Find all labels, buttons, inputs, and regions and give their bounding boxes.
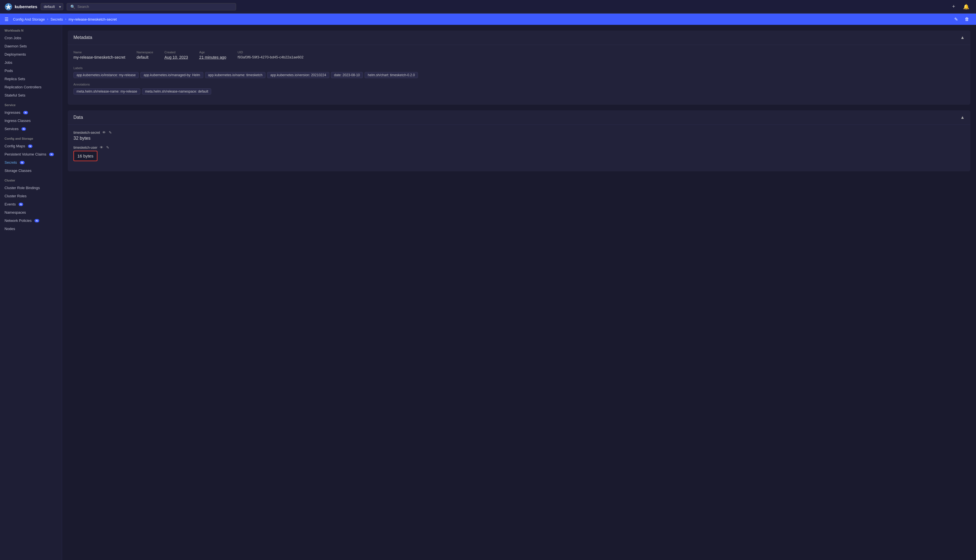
notification-button[interactable]: 🔔: [961, 3, 971, 11]
annotations-label: Annotations: [73, 83, 965, 86]
add-button[interactable]: +: [950, 3, 958, 11]
breadcrumb-bar: ☰ Config And Storage › Secrets › my-rele…: [0, 13, 976, 25]
metadata-card: Metadata ▲ Name my-release-timesketch-se…: [68, 30, 970, 105]
namespace-select[interactable]: default: [41, 3, 63, 10]
meta-name-value: my-release-timesketch-secret: [73, 55, 125, 60]
meta-uid-value: f93af3f6-59f3-4270-bd45-c4b22a1ae602: [237, 55, 303, 59]
menu-button[interactable]: ☰: [5, 17, 8, 22]
meta-namespace-label: Namespace: [137, 50, 153, 54]
data-item-0-edit-button[interactable]: ✎: [108, 130, 112, 135]
top-nav: kubernetes default 🔍 + 🔔: [0, 0, 976, 13]
label-tag-1: app.kubernetes.io/managed-by: Helm: [140, 72, 203, 78]
meta-uid: UID f93af3f6-59f3-4270-bd45-c4b22a1ae602: [237, 50, 303, 60]
sidebar-item-network-policies[interactable]: Network Policies N: [0, 217, 62, 225]
meta-created-value: Aug 10, 2023: [164, 55, 188, 60]
meta-age-value: 21 minutes ago: [199, 55, 227, 60]
data-item-1-header: timesketch-user 👁 ✎: [73, 145, 965, 150]
meta-namespace: Namespace default: [137, 50, 153, 60]
sidebar-item-nodes[interactable]: Nodes: [0, 225, 62, 233]
sidebar-section-service: Service: [0, 99, 62, 108]
meta-age: Age 21 minutes ago: [199, 50, 227, 60]
data-card-body: timesketch-secret 👁 ✎ 32 bytes timesketc…: [68, 125, 970, 171]
sidebar-item-stateful-sets[interactable]: Stateful Sets: [0, 91, 62, 99]
kubernetes-logo-icon: [5, 3, 12, 11]
metadata-card-header: Metadata ▲: [68, 30, 970, 45]
sidebar-item-config-maps[interactable]: Config Maps N: [0, 142, 62, 150]
data-card: Data ▲ timesketch-secret 👁 ✎ 32 bytes t: [68, 110, 970, 171]
sidebar-item-pods[interactable]: Pods: [0, 67, 62, 75]
sidebar-item-pvc[interactable]: Persistent Volume Claims N: [0, 150, 62, 158]
data-card-title: Data: [73, 115, 83, 120]
data-item-0-header: timesketch-secret 👁 ✎: [73, 130, 965, 135]
ingresses-badge: N: [23, 111, 28, 114]
data-item-1-box: 16 bytes: [73, 151, 97, 161]
labels-section: Labels app.kubernetes.io/instance: my-re…: [73, 66, 965, 78]
breadcrumb-sep-1: ›: [47, 17, 48, 21]
sidebar-section-config-storage: Config and Storage: [0, 133, 62, 142]
data-item-1: timesketch-user 👁 ✎ 16 bytes: [73, 145, 965, 161]
breadcrumb-sep-2: ›: [65, 17, 67, 21]
metadata-card-title: Metadata: [73, 35, 92, 40]
labels-label: Labels: [73, 66, 965, 70]
sidebar-item-replica-sets[interactable]: Replica Sets: [0, 75, 62, 83]
annotation-tag-1: meta.helm.sh/release-namespace: default: [142, 88, 211, 95]
sidebar-item-daemon-sets[interactable]: Daemon Sets: [0, 42, 62, 50]
config-maps-badge: N: [28, 145, 33, 148]
sidebar-item-storage-classes[interactable]: Storage Classes: [0, 167, 62, 175]
sidebar-item-cluster-roles[interactable]: Cluster Roles: [0, 192, 62, 200]
meta-created: Created Aug 10, 2023: [164, 50, 188, 60]
label-tag-5: helm.sh/chart: timesketch-0.2.0: [365, 72, 418, 78]
sidebar-item-secrets[interactable]: Secrets N: [0, 158, 62, 167]
meta-uid-label: UID: [237, 50, 303, 54]
delete-button[interactable]: 🗑: [963, 15, 971, 23]
meta-age-label: Age: [199, 50, 227, 54]
nav-logo: kubernetes: [5, 3, 37, 11]
pvc-badge: N: [49, 153, 54, 156]
sidebar-item-events[interactable]: Events N: [0, 200, 62, 208]
meta-created-label: Created: [164, 50, 188, 54]
metadata-grid: Name my-release-timesketch-secret Namesp…: [73, 50, 965, 60]
sidebar-item-replication-controllers[interactable]: Replication Controllers: [0, 83, 62, 91]
sidebar-item-ingresses[interactable]: Ingresses N: [0, 108, 62, 117]
label-tag-2: app.kubernetes.io/name: timesketch: [205, 72, 266, 78]
annotation-tag-0: meta.helm.sh/release-name: my-release: [73, 88, 140, 95]
label-tag-3: app.kubernetes.io/version: 20210224: [267, 72, 329, 78]
label-tag-0: app.kubernetes.io/instance: my-release: [73, 72, 138, 78]
nav-logo-text: kubernetes: [15, 4, 37, 9]
services-badge: N: [22, 127, 26, 131]
meta-name-label: Name: [73, 50, 125, 54]
main-content: Metadata ▲ Name my-release-timesketch-se…: [62, 25, 976, 560]
edit-button[interactable]: ✎: [952, 15, 960, 23]
events-badge: N: [18, 203, 23, 206]
sidebar: Workloads N Cron Jobs Daemon Sets Deploy…: [0, 25, 62, 560]
data-item-0-name: timesketch-secret: [73, 131, 100, 135]
data-item-1-edit-button[interactable]: ✎: [106, 145, 110, 150]
sidebar-item-namespaces[interactable]: Namespaces: [0, 208, 62, 217]
label-tag-4: date: 2023-08-10: [331, 72, 363, 78]
data-item-1-view-button[interactable]: 👁: [99, 145, 104, 150]
data-collapse-button[interactable]: ▲: [960, 115, 965, 120]
sidebar-item-deployments[interactable]: Deployments: [0, 50, 62, 58]
sidebar-item-jobs[interactable]: Jobs: [0, 58, 62, 67]
data-item-1-size: 16 bytes: [77, 153, 93, 158]
sidebar-section-workloads: Workloads N: [0, 25, 62, 34]
data-item-0-view-button[interactable]: 👁: [102, 130, 107, 135]
labels-row: app.kubernetes.io/instance: my-release a…: [73, 72, 965, 78]
data-item-1-name: timesketch-user: [73, 146, 97, 150]
annotations-row: meta.helm.sh/release-name: my-release me…: [73, 88, 965, 95]
sidebar-item-ingress-classes[interactable]: Ingress Classes: [0, 117, 62, 125]
app-layout: Workloads N Cron Jobs Daemon Sets Deploy…: [0, 25, 976, 560]
meta-namespace-value: default: [137, 55, 153, 60]
namespace-selector[interactable]: default: [41, 3, 63, 10]
search-input[interactable]: [77, 5, 232, 9]
search-bar[interactable]: 🔍: [67, 3, 236, 10]
metadata-card-body: Name my-release-timesketch-secret Namesp…: [68, 45, 970, 105]
breadcrumb-config-and-storage[interactable]: Config And Storage: [13, 17, 45, 22]
breadcrumb-actions: ✎ 🗑: [952, 15, 971, 23]
annotations-section: Annotations meta.helm.sh/release-name: m…: [73, 83, 965, 95]
sidebar-item-services[interactable]: Services N: [0, 125, 62, 133]
breadcrumb-secrets[interactable]: Secrets: [50, 17, 63, 22]
sidebar-item-cluster-role-bindings[interactable]: Cluster Role Bindings: [0, 184, 62, 192]
sidebar-item-cron-jobs[interactable]: Cron Jobs: [0, 34, 62, 42]
metadata-collapse-button[interactable]: ▲: [960, 35, 965, 40]
